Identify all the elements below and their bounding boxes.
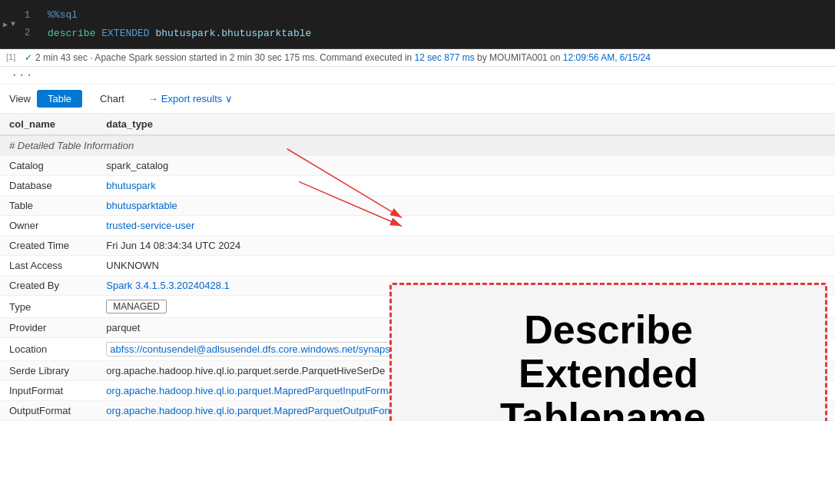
status-datetime-highlight: 12:09:56 AM, 6/15/24 [563, 52, 651, 63]
col-name-cell: InputFormat [0, 381, 97, 401]
col-name-cell: Type [0, 296, 97, 318]
col-name-cell: Database [0, 176, 97, 196]
status-check-icon: ✓ [25, 52, 32, 63]
chart-button[interactable]: Chart [88, 89, 136, 108]
toolbar: View Table Chart → Export results ∨ [0, 85, 835, 114]
data-type-cell: bhutuspark [97, 176, 835, 196]
gutter: ▶ ▼ [0, 6, 18, 42]
owner-link[interactable]: trusted-service-user [106, 220, 194, 231]
code-token-describe: describe [48, 26, 101, 41]
status-time-highlight: 12 sec 877 ms [415, 52, 475, 63]
code-token-sql: %%sql [48, 8, 78, 23]
table-row: Created Time Fri Jun 14 08:34:34 UTC 202… [0, 236, 835, 256]
table-button[interactable]: Table [37, 90, 82, 108]
col-name-cell: Owner [0, 216, 97, 236]
data-type-cell: Fri Jun 14 08:34:34 UTC 2024 [97, 236, 835, 256]
table-row: Database bhutuspark [0, 176, 835, 196]
table-row: Owner trusted-service-user [0, 216, 835, 236]
data-type-cell: bhutusparktable [97, 196, 835, 216]
table-row: # Detailed Table Information [0, 135, 835, 156]
status-message: 2 min 43 sec · Apache Spark session star… [35, 52, 651, 63]
code-editor: ▶ ▼ 1 %%sql 2 describe EXTENDED bhutuspa… [0, 0, 835, 49]
col-name-cell: Location [0, 338, 97, 361]
section-title: # Detailed Table Information [0, 135, 835, 156]
code-line-1: 1 %%sql [18, 6, 835, 25]
table-row: Table bhutusparktable [0, 196, 835, 216]
code-token-tablename: bhutuspark.bhutusparktable [155, 26, 311, 41]
created-by-link[interactable]: Spark 3.4.1.5.3.20240428.1 [106, 280, 229, 291]
annotation-overlay: Describe Extended Tablename. [389, 283, 827, 421]
view-label: View [9, 93, 31, 104]
input-format-link[interactable]: org.apache.hadoop.hive.ql.io.parquet.Map… [106, 385, 396, 396]
data-type-header: data_type [97, 114, 835, 135]
table-header-row: col_name data_type [0, 114, 835, 135]
data-type-cell: UNKNOWN [97, 256, 835, 276]
table-row: Last Access UNKNOWN [0, 256, 835, 276]
main-container: ▶ ▼ 1 %%sql 2 describe EXTENDED bhutuspa… [0, 0, 835, 504]
result-area: col_name data_type # Detailed Table Info… [0, 114, 835, 421]
table-row: Catalog spark_catalog [0, 156, 835, 176]
col-name-cell: Serde Library [0, 361, 97, 381]
export-label: Export results [161, 93, 222, 104]
col-name-cell: OutputFormat [0, 401, 97, 421]
annotation-text: Describe Extended Tablename. [407, 308, 810, 421]
export-arrow-icon: → [148, 93, 158, 104]
data-type-cell: spark_catalog [97, 156, 835, 176]
db-link[interactable]: bhutuspark [106, 180, 155, 191]
col-name-cell: Created Time [0, 236, 97, 256]
expand-icon[interactable]: ▼ [11, 20, 15, 28]
col-name-cell: Catalog [0, 156, 97, 176]
col-name-cell: Provider [0, 318, 97, 338]
cell-index: [1] [6, 52, 25, 61]
col-name-header: col_name [0, 114, 97, 135]
export-button[interactable]: → Export results ∨ [148, 93, 233, 104]
data-type-cell: trusted-service-user [97, 216, 835, 236]
output-format-link[interactable]: org.apache.hadoop.hive.ql.io.parquet.Map… [106, 405, 404, 416]
type-badge: MANAGED [106, 300, 167, 313]
collapse-icon[interactable]: ▶ [3, 20, 8, 29]
col-name-cell: Last Access [0, 256, 97, 276]
line-number-1: 1 [25, 8, 48, 22]
chevron-down-icon: ∨ [225, 93, 233, 104]
col-name-cell: Table [0, 196, 97, 216]
code-token-extended: EXTENDED [101, 26, 155, 41]
line-number-2: 2 [25, 26, 48, 40]
code-line-2: 2 describe EXTENDED bhutuspark.bhutuspar… [18, 25, 835, 43]
table-link[interactable]: bhutusparktable [106, 200, 177, 211]
col-name-cell: Created By [0, 276, 97, 296]
dots-menu[interactable]: ··· [6, 68, 38, 82]
